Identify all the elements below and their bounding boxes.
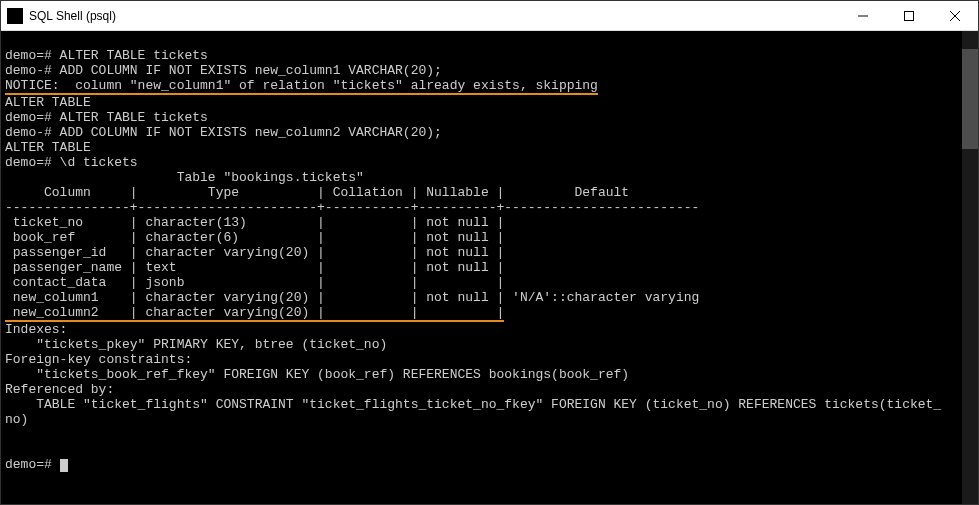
table-row-highlighted: new_column2 | character varying(20) | | …: [5, 305, 504, 322]
table-divider: ----------------+-----------------------…: [5, 200, 699, 215]
table-title: Table "bookings.tickets": [5, 170, 364, 185]
table-row: book_ref | character(6) | | not null |: [5, 230, 504, 245]
window-title: SQL Shell (psql): [29, 9, 840, 23]
table-row: ticket_no | character(13) | | not null |: [5, 215, 504, 230]
refby-header: Referenced by:: [5, 382, 114, 397]
index-entry: "tickets_pkey" PRIMARY KEY, btree (ticke…: [5, 337, 387, 352]
maximize-button[interactable]: [886, 1, 932, 30]
table-row: passenger_name | text | | not null |: [5, 260, 504, 275]
svg-rect-1: [905, 11, 914, 20]
fk-entry: "tickets_book_ref_fkey" FOREIGN KEY (boo…: [5, 367, 629, 382]
close-button[interactable]: [932, 1, 978, 30]
scrollbar-thumb[interactable]: [962, 49, 978, 149]
terminal-line: ALTER TABLE: [5, 140, 91, 155]
terminal-line: ALTER TABLE: [5, 95, 91, 110]
terminal-output[interactable]: demo=# ALTER TABLE tickets demo-# ADD CO…: [1, 31, 978, 504]
table-row: new_column1 | character varying(20) | | …: [5, 290, 699, 305]
fk-header: Foreign-key constraints:: [5, 352, 192, 367]
terminal-line: demo=# ALTER TABLE tickets: [5, 48, 208, 63]
cursor: [60, 459, 68, 472]
terminal-line: demo-# ADD COLUMN IF NOT EXISTS new_colu…: [5, 125, 442, 140]
app-icon: [7, 8, 23, 24]
table-header: Column | Type | Collation | Nullable | D…: [5, 185, 629, 200]
scrollbar-track[interactable]: [962, 31, 978, 504]
prompt: demo=#: [5, 457, 60, 472]
terminal-line: demo=# ALTER TABLE tickets: [5, 110, 208, 125]
window-controls: [840, 1, 978, 30]
table-row: passenger_id | character varying(20) | |…: [5, 245, 504, 260]
maximize-icon: [904, 11, 914, 21]
table-row: contact_data | jsonb | | |: [5, 275, 504, 290]
refby-entry: TABLE "ticket_flights" CONSTRAINT "ticke…: [5, 397, 941, 412]
minimize-button[interactable]: [840, 1, 886, 30]
refby-entry-cont: no): [5, 412, 28, 427]
indexes-header: Indexes:: [5, 322, 67, 337]
terminal-line: demo-# ADD COLUMN IF NOT EXISTS new_colu…: [5, 63, 442, 78]
minimize-icon: [858, 11, 868, 21]
notice-line-highlighted: NOTICE: column "new_column1" of relation…: [5, 78, 598, 95]
terminal-line: demo=# \d tickets: [5, 155, 138, 170]
titlebar: SQL Shell (psql): [1, 1, 978, 31]
close-icon: [950, 11, 960, 21]
